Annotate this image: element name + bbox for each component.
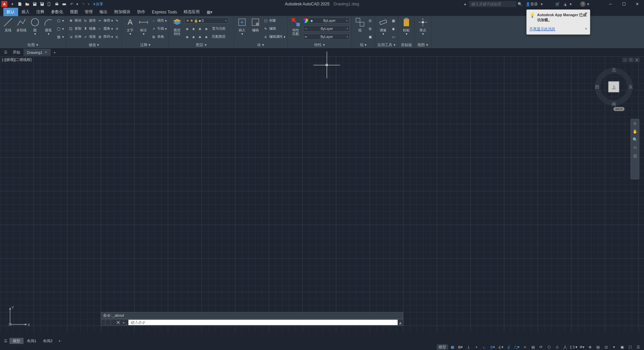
nav-pan-icon[interactable]: ✋ — [632, 129, 638, 135]
status-ortho-icon[interactable]: ∟ — [481, 344, 488, 350]
status-polar-icon[interactable]: ⊙▾ — [489, 344, 496, 350]
tool-copy[interactable]: ⿻复制 — [68, 25, 81, 32]
tool-fillet[interactable]: ⌐圆角 ▾ — [97, 25, 113, 32]
tool-layer-match[interactable]: ◈◈◈◈ 匹配图层 — [185, 33, 232, 40]
tool-hatch[interactable]: ▨▾ — [56, 33, 64, 40]
ribbon-tab-view[interactable]: 视图 — [67, 8, 81, 16]
color-dropdown[interactable]: ■ByLayer▾ — [309, 18, 349, 24]
tool-paste[interactable]: 粘贴▾ — [400, 17, 412, 36]
navigation-bar[interactable]: ⊚ ✋ 🔍 ⟲ ▤ — [631, 119, 639, 179]
ribbon-tab-collab[interactable]: 协作 — [134, 8, 149, 16]
status-3dosnap-icon[interactable]: ⬡ — [546, 344, 553, 350]
ribbon-tab-express[interactable]: Express Tools — [149, 8, 180, 16]
cmd-grip-icon[interactable]: ⋮⋮ — [101, 319, 115, 326]
share-icon[interactable]: ✈ 共享 — [91, 1, 105, 7]
print-icon[interactable] — [61, 1, 67, 7]
help-icon[interactable]: ? — [580, 1, 586, 7]
file-tab-start[interactable]: 开始 — [9, 48, 24, 56]
nav-orbit-icon[interactable]: ⟲ — [632, 145, 638, 151]
tool-mirror[interactable]: ⧗镜像 — [83, 25, 96, 32]
status-otrack-icon[interactable]: ∠ — [505, 344, 513, 350]
close-icon[interactable]: ✕ — [44, 50, 47, 55]
tool-polyline[interactable]: 多段线 — [15, 17, 28, 32]
ribbon-tab-manage[interactable]: 管理 — [81, 8, 96, 16]
status-dyn-icon[interactable]: + — [473, 344, 480, 350]
tool-leader[interactable]: ↗引线 ▾ — [151, 25, 167, 32]
exchange-icon[interactable]: 🛒 — [555, 1, 561, 7]
file-menu-icon[interactable]: ☰ — [3, 49, 9, 56]
status-ws-icon[interactable]: ⊕ — [586, 344, 594, 350]
undo-drop-icon[interactable]: ▾ — [76, 1, 79, 7]
plot-icon[interactable] — [54, 1, 60, 7]
tool-array[interactable]: ⊞阵列 ▾ — [97, 33, 113, 40]
new-tab-icon[interactable]: + — [51, 49, 57, 56]
tool-offset-icon[interactable]: ⊏ — [114, 33, 120, 40]
account-drop-icon[interactable]: ▾ — [540, 1, 543, 7]
ribbon-tab-insert[interactable]: 插入 — [18, 8, 33, 16]
status-annomon-icon[interactable]: ⚠ — [554, 344, 561, 350]
status-cycle-icon[interactable]: ⟳ — [537, 344, 545, 350]
close-button[interactable]: ✕ — [631, 0, 644, 8]
tool-circle[interactable]: 圆▾ — [29, 17, 41, 36]
tool-trim[interactable]: ✂修剪 ▾ — [97, 17, 113, 24]
nav-zoom-icon[interactable]: 🔍 — [632, 137, 638, 143]
notif-expand-icon[interactable]: ▾ — [585, 27, 587, 31]
color-icon[interactable] — [303, 18, 308, 23]
vp-minimize-button[interactable]: – — [622, 58, 627, 62]
search-icon[interactable]: 🔍 — [517, 1, 523, 7]
tool-line[interactable]: 直线 — [2, 17, 14, 32]
ribbon-tab-addins[interactable]: 附加模块 — [111, 8, 134, 16]
tool-battr[interactable]: a编辑属性 ▾ — [263, 33, 285, 40]
tool-text[interactable]: A文字▾ — [124, 17, 136, 36]
tool-base[interactable]: 基点▾ — [417, 17, 429, 36]
status-iso-icon[interactable]: ∠▾ — [497, 344, 505, 350]
tool-measure[interactable]: 测量▾ — [377, 17, 389, 36]
panel-title-group[interactable]: 组 ▾ — [354, 42, 373, 47]
help-drop-icon[interactable]: ▾ — [587, 1, 590, 7]
tool-groupbox-icon[interactable]: ▣ — [367, 33, 373, 40]
account-icon[interactable]: 👤 登录 — [524, 1, 539, 7]
panel-title-view[interactable]: 视图 ▾ — [417, 42, 429, 47]
saveas-icon[interactable] — [39, 1, 45, 7]
ribbon-apps-icon[interactable]: ▦▾ — [206, 9, 212, 15]
panel-title-annot[interactable]: 注释 ▾ — [124, 42, 167, 47]
command-input[interactable] — [128, 320, 398, 325]
tool-beditrow[interactable]: ✎编辑 — [263, 25, 285, 32]
wcs-badge[interactable]: WCS — [613, 107, 625, 111]
tool-point-icon[interactable]: ◉ — [391, 25, 396, 32]
status-model-button[interactable]: 模型 — [437, 344, 448, 350]
panel-title-util[interactable]: 实用工具 ▾ — [377, 42, 396, 47]
status-trans-icon[interactable]: ▤ — [529, 344, 537, 350]
web-mobile-icon[interactable] — [46, 1, 52, 7]
panel-title-block[interactable]: 块 ▾ — [236, 42, 285, 47]
open-icon[interactable] — [24, 1, 30, 7]
panel-title-layer[interactable]: 图层 ▾ — [171, 42, 232, 47]
viewcube[interactable]: 北 南 东 西 上 — [594, 63, 634, 110]
status-iso-drop-icon[interactable]: ▾ — [610, 344, 618, 350]
layer-dropdown[interactable]: ☀ ❄ 🔓 ■ 0▾ — [185, 18, 228, 24]
status-clean-icon[interactable]: ☐ — [627, 344, 634, 350]
layout-tab-1[interactable]: 布局1 — [24, 338, 40, 344]
tool-select-icon[interactable]: ▭ — [391, 33, 396, 40]
tool-ungroup-icon[interactable]: ⊟ — [367, 17, 373, 24]
status-osnap-icon[interactable]: ▢▾ — [513, 344, 521, 350]
notif-close-icon[interactable]: ✕ — [585, 11, 588, 15]
status-grid-icon[interactable]: ▦ — [449, 344, 456, 350]
search-expand-icon[interactable]: ▸ — [462, 1, 469, 7]
layout-menu-icon[interactable]: ☰ — [3, 338, 9, 344]
tool-bedit[interactable]: 编辑 — [249, 17, 261, 32]
tool-arc[interactable]: 圆弧▾ — [42, 17, 54, 36]
drop-icon[interactable]: ▾ — [569, 1, 572, 7]
status-custom-icon[interactable]: ☰ — [635, 344, 642, 350]
cmd-close-icon[interactable]: ✕ — [115, 319, 122, 326]
tool-bcreate[interactable]: ▢创建 — [263, 17, 285, 24]
tool-dim[interactable]: 标注▾ — [137, 17, 150, 36]
nav-fullnav-icon[interactable]: ⊚ — [632, 121, 638, 127]
tool-erase-icon[interactable]: ✎ — [114, 17, 120, 24]
cmd-recent-icon[interactable]: ▴ — [398, 319, 403, 326]
app-menu-button[interactable]: A — [1, 1, 7, 7]
tool-calc-icon[interactable]: ▦ — [391, 17, 396, 24]
linetype-dropdown[interactable]: ━ByLayer▾ — [303, 34, 350, 40]
status-scale-button[interactable]: 1:1 — [570, 344, 575, 350]
drawing-canvas[interactable]: [-][俯视][二维线框] – □ x X Y 北 南 东 西 上 WCS ⊚ … — [0, 57, 644, 338]
